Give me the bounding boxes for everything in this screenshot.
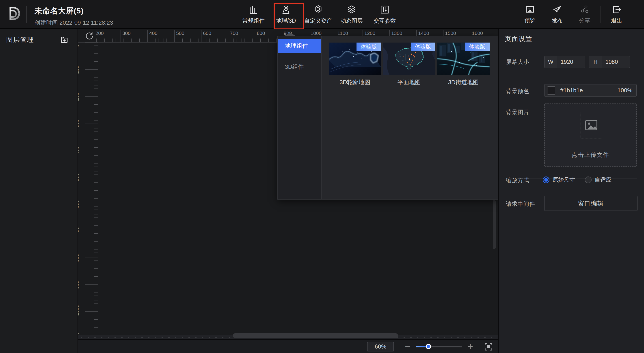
add-folder-icon[interactable] (60, 35, 69, 44)
vertical-ruler: 010020030040050060070080090010001100 (78, 42, 98, 353)
geo-3d-dropdown-panel: 地理组件 3D组件 (278, 36, 498, 200)
vertical-scrollbar[interactable] (493, 200, 496, 249)
ruler-tick-label: 900 (78, 281, 80, 289)
trial-badge: 体验版 (356, 42, 381, 51)
bg-color-swatch[interactable] (547, 86, 555, 94)
dropdown-content: 体验版 3D轮廓地图 体验版 平面地图 (322, 36, 498, 199)
window-edit-button[interactable]: 窗口编辑 (544, 196, 638, 211)
layers-icon (346, 4, 357, 15)
tool-dynamic-layers[interactable]: 动态图层 (335, 0, 368, 29)
trial-badge: 体验版 (411, 42, 436, 51)
bar-chart-icon (248, 4, 259, 15)
ruler-tick-label: 0 (78, 44, 80, 47)
height-input-group[interactable]: H 1080 (589, 56, 630, 68)
exit-button[interactable]: 退出 (603, 0, 630, 29)
scale-mode-label: 缩放方式 (506, 176, 529, 184)
ruler-tick-label: 1500 (445, 30, 456, 36)
sidebar-separator (0, 51, 77, 51)
document-title: 未命名大屏(5) (34, 6, 84, 16)
ruler-tick-label: 1000 (310, 30, 322, 36)
ruler-tick-label: 800 (78, 254, 80, 262)
ruler-tick-label: 700 (78, 227, 80, 235)
zoom-slider-thumb[interactable] (426, 344, 431, 349)
bg-image-upload-area[interactable]: 点击上传文件 (544, 103, 636, 167)
thumbnail-flat-map: 体验版 (383, 42, 436, 75)
component-card-flat-map[interactable]: 体验版 平面地图 (383, 42, 436, 86)
hexagon-icon (313, 4, 323, 15)
width-prefix: W (544, 56, 557, 68)
middleware-label: 请求中间件 (506, 200, 535, 208)
ruler-tick-label: 800 (257, 30, 265, 36)
thumbnail-3d-street-map: 体验版 (437, 42, 490, 75)
bg-color-field[interactable]: #1b1b1e 100% (544, 84, 636, 96)
horizontal-scrollbar[interactable] (233, 333, 398, 338)
tab-geo-components[interactable]: 地理组件 (278, 39, 321, 53)
radio-adaptive-label[interactable]: 自适应 (595, 176, 612, 183)
layers-sidebar-header: 图层管理 (0, 29, 77, 51)
upload-placeholder-frame (580, 112, 602, 138)
screen-size-label: 屏幕大小 (506, 58, 529, 66)
app-header: 未命名大屏(5) 创建时间 2022-09-12 11:28:23 常规组件 地… (0, 0, 644, 29)
preview-icon (525, 5, 535, 14)
publish-icon (552, 5, 562, 14)
radio-original-size-label[interactable]: 原始尺寸 (552, 176, 575, 183)
image-placeholder-icon (584, 118, 598, 132)
scale-mode-options: 原始尺寸 自适应 (543, 176, 621, 183)
fit-to-screen-icon[interactable] (484, 342, 493, 352)
tool-geo-3d[interactable]: 地理/3D (270, 0, 302, 29)
height-input[interactable]: 1080 (602, 56, 630, 68)
ruler-tick-label: 1200 (364, 30, 375, 36)
ruler-tick-label: 700 (230, 30, 238, 36)
ruler-tick-label: 400 (78, 146, 80, 155)
component-card-3d-contour-map[interactable]: 体验版 3D轮廓地图 (329, 42, 381, 86)
canvas-status-bar: 60% − + (78, 339, 498, 353)
exit-icon (612, 5, 622, 14)
radio-original-size[interactable] (543, 176, 550, 183)
share-icon (580, 5, 590, 14)
upload-hint-text: 点击上传文件 (545, 151, 636, 159)
settings-separator (499, 46, 644, 46)
bg-image-label: 背景图片 (506, 108, 529, 116)
ruler-tick-label: 300 (78, 119, 80, 128)
ruler-tick-label: 500 (78, 173, 80, 181)
ruler-tick-label: 300 (122, 30, 131, 36)
ruler-tick-label: 500 (176, 30, 184, 36)
ruler-tick-label: 1000 (78, 305, 80, 316)
tool-interaction-params[interactable]: 交互参数 (368, 0, 401, 29)
zoom-out-button[interactable]: − (403, 343, 412, 351)
sliders-icon (380, 4, 390, 15)
page-settings-panel: 页面设置 屏幕大小 W 1920 H 1080 背景颜色 #1b1b1e 100… (498, 29, 644, 353)
map-pin-icon (281, 4, 291, 15)
radio-adaptive[interactable] (585, 176, 592, 183)
bg-color-hex[interactable]: #1b1b1e (560, 87, 583, 94)
width-input[interactable]: 1920 (557, 56, 585, 68)
component-card-3d-street-map[interactable]: 体验版 3D街道地图 (437, 42, 490, 86)
ruler-tick-label: 1300 (391, 30, 402, 36)
share-button[interactable]: 分享 (571, 0, 598, 29)
preview-button[interactable]: 预览 (516, 0, 544, 29)
header-divider (26, 6, 27, 23)
tool-regular-components[interactable]: 常规组件 (237, 0, 270, 29)
bg-color-opacity[interactable]: 100% (618, 87, 632, 94)
app-logo-icon (5, 6, 22, 23)
header-actions: 预览 发布 分享 退出 (516, 0, 630, 29)
tab-3d-components[interactable]: 3D组件 (278, 60, 321, 74)
ruler-tick-label: 400 (149, 30, 158, 36)
tool-custom-assets[interactable]: 自定义资产 (302, 0, 335, 29)
document-created-time: 创建时间 2022-09-12 11:28:23 (34, 19, 113, 27)
zoom-in-button[interactable]: + (466, 343, 475, 351)
publish-button[interactable]: 发布 (544, 0, 571, 29)
dropdown-tab-list: 地理组件 3D组件 (278, 36, 322, 199)
trial-badge: 体验版 (465, 42, 490, 51)
component-label: 3D轮廓地图 (329, 78, 381, 86)
ruler-tick-label: 200 (96, 30, 104, 36)
ruler-tick-label: 600 (78, 200, 80, 208)
zoom-slider[interactable] (416, 346, 462, 348)
zoom-level-input[interactable]: 60% (367, 342, 394, 352)
component-toolbar: 常规组件 地理/3D 自定义资产 动态图层 (237, 0, 401, 29)
layers-sidebar: 图层管理 (0, 29, 77, 353)
component-label: 3D街道地图 (437, 78, 490, 86)
page-settings-title: 页面设置 (504, 34, 532, 43)
height-prefix: H (589, 56, 602, 68)
width-input-group[interactable]: W 1920 (544, 56, 585, 68)
